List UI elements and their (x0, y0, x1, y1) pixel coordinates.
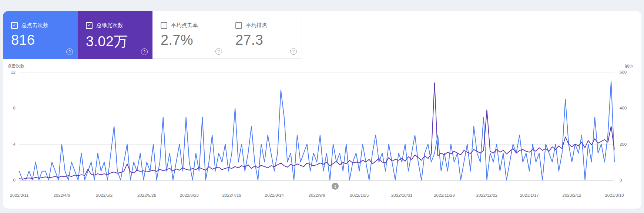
y-tick-label-right: 600 (620, 70, 627, 74)
x-axis-label: 2022/11/26 (434, 193, 455, 197)
checkbox-unchecked-icon[interactable] (235, 22, 242, 29)
x-axis-label: 2023/3/10 (605, 193, 624, 197)
x-axis-label: 2022/10/5 (350, 193, 369, 197)
x-axis-label: 2023/1/17 (520, 193, 539, 197)
checkbox-checked-icon[interactable]: ✓ (86, 22, 93, 29)
x-axis-label: 2022/12/22 (476, 193, 498, 197)
x-axis-baseline (19, 180, 614, 180)
checkbox-unchecked-icon[interactable] (161, 22, 167, 29)
y-tick-label-left: 4 (13, 142, 16, 146)
card-label: 总曝光次数 (96, 22, 123, 29)
card-label: 总点击次数 (21, 22, 48, 29)
help-icon[interactable]: ? (141, 48, 148, 55)
card-label: 平均排名 (246, 22, 267, 29)
y-tick-label-left: 0 (13, 178, 16, 182)
x-axis-labels: 2022/3/112022/4/62022/5/22022/5/282022/6… (19, 193, 614, 199)
x-axis-label: 2022/7/19 (222, 193, 241, 197)
help-icon[interactable]: ? (215, 48, 222, 55)
series-line-点击次数 (19, 81, 614, 180)
annotation-marker[interactable]: 1 (332, 183, 339, 190)
y-tick-label-right: 200 (620, 142, 627, 146)
card-value: 27.3 (235, 32, 302, 48)
help-icon[interactable]: ? (66, 48, 73, 55)
metric-card-average-position[interactable]: 平均排名 27.3 ? (227, 11, 302, 59)
y-tick-label-right: 400 (620, 106, 627, 110)
right-axis-title: 展示 (625, 63, 633, 69)
y-tick-label-left: 12 (11, 70, 16, 74)
annotation-marker-label: 1 (334, 184, 336, 189)
x-axis-label: 2022/3/11 (10, 193, 28, 197)
y-tick-label-right: 0 (620, 178, 622, 182)
page-background: { "cards": [ {"label":"总点击次数","value":"8… (0, 0, 644, 213)
x-axis-label: 2022/5/28 (137, 193, 156, 197)
x-axis-label: 2022/5/2 (96, 193, 113, 197)
x-axis-label: 2022/4/6 (53, 193, 70, 197)
x-axis-label: 2022/8/14 (265, 193, 284, 197)
card-value: 2.7% (161, 32, 227, 48)
left-axis-title: 点击次数 (7, 63, 24, 69)
x-axis-label: 2022/10/31 (391, 193, 413, 197)
card-label: 平均点击率 (171, 22, 198, 29)
card-value: 3.02万 (86, 32, 152, 51)
y-tick-label-left: 8 (13, 106, 16, 110)
checkbox-checked-icon[interactable]: ✓ (11, 22, 18, 29)
plot-area[interactable]: 12 8 4 0 600 400 200 0 (19, 72, 614, 180)
series-line-曝光次数 (19, 83, 614, 179)
performance-line-chart[interactable] (19, 72, 614, 180)
x-axis-label: 2023/2/12 (563, 193, 581, 197)
metric-card-total-clicks[interactable]: ✓ 总点击次数 816 ? (3, 11, 78, 59)
x-axis-label: 2022/9/9 (309, 193, 325, 197)
metric-card-total-impressions[interactable]: ✓ 总曝光次数 3.02万 ? (78, 11, 152, 59)
card-value: 816 (11, 32, 78, 48)
performance-report-panel: ✓ 总点击次数 816 ? ✓ 总曝光次数 3.02万 ? 平均点击率 2.7%… (3, 11, 641, 209)
metric-cards-row: ✓ 总点击次数 816 ? ✓ 总曝光次数 3.02万 ? 平均点击率 2.7%… (3, 11, 302, 59)
help-icon[interactable]: ? (290, 48, 297, 55)
metric-card-average-ctr[interactable]: 平均点击率 2.7% ? (152, 11, 227, 59)
x-axis-label: 2022/6/23 (180, 193, 199, 197)
